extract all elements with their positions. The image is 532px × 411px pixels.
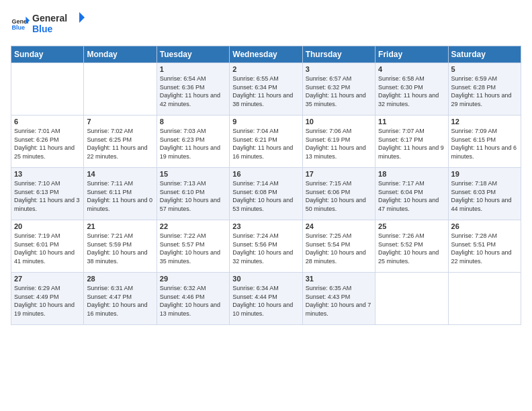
- day-info: Sunrise: 7:04 AM Sunset: 6:21 PM Dayligh…: [232, 127, 299, 161]
- calendar-cell: 20Sunrise: 7:19 AM Sunset: 6:01 PM Dayli…: [11, 220, 84, 273]
- day-number: 15: [160, 170, 226, 178]
- calendar-table: SundayMondayTuesdayWednesdayThursdayFrid…: [11, 46, 521, 325]
- day-number: 4: [378, 65, 445, 73]
- calendar-cell: 17Sunrise: 7:15 AM Sunset: 6:06 PM Dayli…: [302, 168, 375, 220]
- calendar-cell: 25Sunrise: 7:26 AM Sunset: 5:52 PM Dayli…: [375, 220, 448, 273]
- calendar-cell: 6Sunrise: 7:01 AM Sunset: 6:26 PM Daylig…: [11, 116, 84, 168]
- day-number: 17: [306, 170, 372, 178]
- day-info: Sunrise: 6:32 AM Sunset: 4:46 PM Dayligh…: [160, 284, 226, 318]
- day-info: Sunrise: 7:22 AM Sunset: 5:57 PM Dayligh…: [160, 232, 226, 265]
- day-number: 29: [160, 275, 226, 283]
- calendar-cell: 4Sunrise: 6:58 AM Sunset: 6:30 PM Daylig…: [375, 63, 448, 116]
- calendar-cell: 15Sunrise: 7:13 AM Sunset: 6:10 PM Dayli…: [157, 168, 229, 220]
- logo: General Blue General Blue: [11, 11, 86, 38]
- day-number: 7: [87, 118, 153, 126]
- calendar-cell: 21Sunrise: 7:21 AM Sunset: 5:59 PM Dayli…: [84, 220, 157, 273]
- calendar-cell: 29Sunrise: 6:32 AM Sunset: 4:46 PM Dayli…: [157, 273, 229, 325]
- day-number: 25: [378, 222, 445, 230]
- weekday-header-saturday: Saturday: [448, 46, 521, 63]
- calendar-cell: 19Sunrise: 7:18 AM Sunset: 6:03 PM Dayli…: [448, 168, 521, 220]
- calendar-cell: 5Sunrise: 6:59 AM Sunset: 6:28 PM Daylig…: [448, 63, 521, 116]
- day-info: Sunrise: 7:24 AM Sunset: 5:56 PM Dayligh…: [232, 232, 299, 265]
- day-number: 9: [232, 118, 299, 126]
- day-number: 20: [14, 222, 81, 230]
- week-row-5: 27Sunrise: 6:29 AM Sunset: 4:49 PM Dayli…: [11, 273, 521, 325]
- day-number: 2: [232, 65, 299, 73]
- header: General Blue General Blue: [11, 11, 521, 38]
- logo-svg: General Blue: [32, 11, 86, 35]
- day-number: 5: [451, 65, 518, 73]
- calendar-cell: 13Sunrise: 7:10 AM Sunset: 6:13 PM Dayli…: [11, 168, 84, 220]
- logo-icon: General Blue: [11, 15, 30, 34]
- day-info: Sunrise: 7:02 AM Sunset: 6:25 PM Dayligh…: [87, 127, 153, 161]
- day-info: Sunrise: 6:57 AM Sunset: 6:32 PM Dayligh…: [306, 75, 372, 108]
- day-number: 16: [232, 170, 299, 178]
- day-number: 13: [14, 170, 81, 178]
- day-info: Sunrise: 7:09 AM Sunset: 6:15 PM Dayligh…: [451, 127, 518, 161]
- day-number: 12: [451, 118, 518, 126]
- calendar-cell: 16Sunrise: 7:14 AM Sunset: 6:08 PM Dayli…: [230, 168, 302, 220]
- weekday-header-thursday: Thursday: [302, 46, 375, 63]
- day-number: 18: [378, 170, 445, 178]
- week-row-3: 13Sunrise: 7:10 AM Sunset: 6:13 PM Dayli…: [11, 168, 521, 220]
- day-number: 11: [378, 118, 445, 126]
- calendar-cell: 12Sunrise: 7:09 AM Sunset: 6:15 PM Dayli…: [448, 116, 521, 168]
- day-number: 6: [14, 118, 81, 126]
- calendar-cell: [84, 63, 157, 116]
- calendar-cell: 28Sunrise: 6:31 AM Sunset: 4:47 PM Dayli…: [84, 273, 157, 325]
- day-info: Sunrise: 7:26 AM Sunset: 5:52 PM Dayligh…: [378, 232, 445, 265]
- day-number: 1: [160, 65, 226, 73]
- day-info: Sunrise: 7:10 AM Sunset: 6:13 PM Dayligh…: [14, 179, 81, 213]
- svg-text:Blue: Blue: [32, 24, 53, 34]
- day-number: 22: [160, 222, 226, 230]
- weekday-header-monday: Monday: [84, 46, 157, 63]
- week-row-1: 1Sunrise: 6:54 AM Sunset: 6:36 PM Daylig…: [11, 63, 521, 116]
- day-info: Sunrise: 6:58 AM Sunset: 6:30 PM Dayligh…: [378, 75, 445, 108]
- weekday-header-sunday: Sunday: [11, 46, 84, 63]
- svg-text:Blue: Blue: [11, 24, 25, 31]
- calendar-cell: [375, 273, 448, 325]
- calendar-cell: 10Sunrise: 7:06 AM Sunset: 6:19 PM Dayli…: [302, 116, 375, 168]
- calendar-cell: 14Sunrise: 7:11 AM Sunset: 6:11 PM Dayli…: [84, 168, 157, 220]
- day-info: Sunrise: 7:25 AM Sunset: 5:54 PM Dayligh…: [306, 232, 372, 265]
- calendar-cell: 7Sunrise: 7:02 AM Sunset: 6:25 PM Daylig…: [84, 116, 157, 168]
- day-info: Sunrise: 6:54 AM Sunset: 6:36 PM Dayligh…: [160, 75, 226, 108]
- day-number: 27: [14, 275, 81, 283]
- calendar-cell: 9Sunrise: 7:04 AM Sunset: 6:21 PM Daylig…: [230, 116, 302, 168]
- day-info: Sunrise: 7:28 AM Sunset: 5:51 PM Dayligh…: [451, 232, 518, 265]
- calendar-cell: 3Sunrise: 6:57 AM Sunset: 6:32 PM Daylig…: [302, 63, 375, 116]
- calendar-cell: 11Sunrise: 7:07 AM Sunset: 6:17 PM Dayli…: [375, 116, 448, 168]
- calendar-cell: 27Sunrise: 6:29 AM Sunset: 4:49 PM Dayli…: [11, 273, 84, 325]
- day-number: 3: [306, 65, 372, 73]
- calendar-cell: 1Sunrise: 6:54 AM Sunset: 6:36 PM Daylig…: [157, 63, 229, 116]
- day-number: 30: [232, 275, 299, 283]
- day-info: Sunrise: 6:59 AM Sunset: 6:28 PM Dayligh…: [451, 75, 518, 108]
- calendar-cell: 26Sunrise: 7:28 AM Sunset: 5:51 PM Dayli…: [448, 220, 521, 273]
- day-info: Sunrise: 6:29 AM Sunset: 4:49 PM Dayligh…: [14, 284, 81, 318]
- weekday-header-wednesday: Wednesday: [230, 46, 302, 63]
- day-info: Sunrise: 7:15 AM Sunset: 6:06 PM Dayligh…: [306, 179, 372, 213]
- calendar-cell: [11, 63, 84, 116]
- day-info: Sunrise: 7:17 AM Sunset: 6:04 PM Dayligh…: [378, 179, 445, 213]
- calendar-header-row: SundayMondayTuesdayWednesdayThursdayFrid…: [11, 46, 521, 63]
- day-info: Sunrise: 7:07 AM Sunset: 6:17 PM Dayligh…: [378, 127, 445, 161]
- calendar-cell: [448, 273, 521, 325]
- calendar-cell: 23Sunrise: 7:24 AM Sunset: 5:56 PM Dayli…: [230, 220, 302, 273]
- day-info: Sunrise: 6:55 AM Sunset: 6:34 PM Dayligh…: [232, 75, 299, 108]
- day-number: 23: [232, 222, 299, 230]
- day-number: 26: [451, 222, 518, 230]
- day-info: Sunrise: 6:34 AM Sunset: 4:44 PM Dayligh…: [232, 284, 299, 318]
- day-info: Sunrise: 7:21 AM Sunset: 5:59 PM Dayligh…: [87, 232, 153, 265]
- calendar-cell: 18Sunrise: 7:17 AM Sunset: 6:04 PM Dayli…: [375, 168, 448, 220]
- day-info: Sunrise: 6:31 AM Sunset: 4:47 PM Dayligh…: [87, 284, 153, 318]
- calendar-cell: 24Sunrise: 7:25 AM Sunset: 5:54 PM Dayli…: [302, 220, 375, 273]
- day-number: 21: [87, 222, 153, 230]
- weekday-header-tuesday: Tuesday: [157, 46, 229, 63]
- day-number: 28: [87, 275, 153, 283]
- calendar-cell: 2Sunrise: 6:55 AM Sunset: 6:34 PM Daylig…: [230, 63, 302, 116]
- weekday-header-friday: Friday: [375, 46, 448, 63]
- page-container: General Blue General Blue SundayMondayTu…: [0, 0, 532, 330]
- day-number: 14: [87, 170, 153, 178]
- calendar-cell: 31Sunrise: 6:35 AM Sunset: 4:43 PM Dayli…: [302, 273, 375, 325]
- day-number: 8: [160, 118, 226, 126]
